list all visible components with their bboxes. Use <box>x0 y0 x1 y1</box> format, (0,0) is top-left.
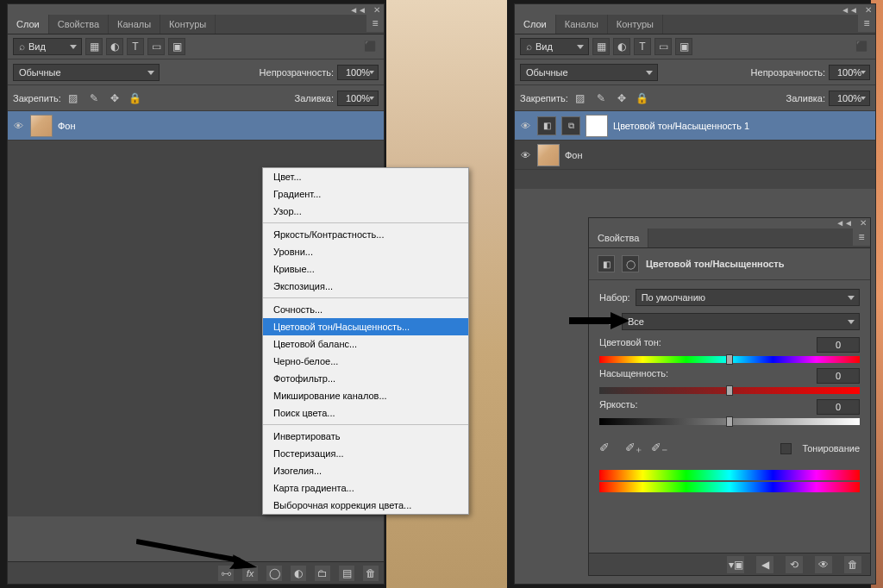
tab-properties[interactable]: Свойства <box>589 228 648 247</box>
filter-pixel-icon[interactable]: ▦ <box>85 38 103 55</box>
adjustment-icon[interactable]: ◧ <box>537 116 556 135</box>
close-icon[interactable]: ✕ <box>373 5 380 15</box>
blend-mode-select[interactable]: Обычные <box>13 64 160 81</box>
menu-item[interactable]: Цвет... <box>263 168 468 185</box>
delete-layer-icon[interactable]: 🗑 <box>363 566 379 581</box>
tab-properties[interactable]: Свойства <box>49 15 109 34</box>
lock-pixels-icon[interactable]: ✎ <box>592 90 610 107</box>
menu-item[interactable]: Выборочная коррекция цвета... <box>263 497 468 514</box>
menu-item[interactable]: Инвертировать <box>263 428 468 445</box>
menu-item[interactable]: Изогелия... <box>263 462 468 479</box>
menu-item[interactable]: Узор... <box>263 203 468 220</box>
tab-channels[interactable]: Каналы <box>109 15 160 34</box>
menu-item-hue-saturation[interactable]: Цветовой тон/Насыщенность... <box>263 318 468 335</box>
tab-layers[interactable]: Слои <box>515 15 556 34</box>
layer-name[interactable]: Цветовой тон/Насыщенность 1 <box>613 121 749 131</box>
lock-position-icon[interactable]: ✥ <box>106 90 123 107</box>
color-range-select[interactable]: Все <box>622 313 860 330</box>
lock-all-icon[interactable]: 🔒 <box>127 90 144 107</box>
lightness-value[interactable]: 0 <box>817 399 860 415</box>
menu-item[interactable]: Сочность... <box>263 301 468 318</box>
close-icon[interactable]: ✕ <box>860 218 867 228</box>
layer-mask-thumbnail[interactable] <box>586 115 608 137</box>
lightness-slider[interactable] <box>599 418 860 425</box>
tab-channels[interactable]: Каналы <box>556 15 608 34</box>
layer-row[interactable]: 👁 Фон <box>515 141 875 170</box>
visibility-toggle[interactable]: 👁 <box>518 150 532 160</box>
previous-state-icon[interactable]: ◀ <box>756 556 773 573</box>
eyedropper-icon[interactable]: ✐ <box>599 441 615 456</box>
panel-menu-icon[interactable]: ≡ <box>853 228 870 246</box>
filter-toggle[interactable]: ⬛ <box>853 38 870 55</box>
fill-value[interactable]: 100% <box>337 91 379 106</box>
layer-filter-kind[interactable]: Вид <box>13 38 82 55</box>
tab-paths[interactable]: Контуры <box>608 15 663 34</box>
menu-item[interactable]: Микширование каналов... <box>263 387 468 404</box>
close-icon[interactable]: ✕ <box>865 5 872 15</box>
layer-thumbnail[interactable] <box>30 115 53 137</box>
filter-adjustment-icon[interactable]: ◐ <box>613 38 630 55</box>
collapse-icon[interactable]: ◄◄ <box>836 218 853 228</box>
visibility-toggle[interactable]: 👁 <box>11 121 25 131</box>
collapse-icon[interactable]: ◄◄ <box>841 5 858 15</box>
preset-select[interactable]: По умолчанию <box>636 289 860 306</box>
layer-row[interactable]: 👁 Фон <box>8 111 384 141</box>
menu-item[interactable]: Постеризация... <box>263 445 468 462</box>
layer-thumbnail[interactable] <box>537 144 560 166</box>
filter-shape-icon[interactable]: ▭ <box>147 38 165 55</box>
layer-row-adjustment[interactable]: 👁 ◧ ⧉ Цветовой тон/Насыщенность 1 <box>515 111 875 141</box>
lock-position-icon[interactable]: ✥ <box>613 90 630 107</box>
delete-adjustment-icon[interactable]: 🗑 <box>844 556 861 573</box>
filter-shape-icon[interactable]: ▭ <box>654 38 672 55</box>
menu-item[interactable]: Фотофильтр... <box>263 370 468 387</box>
blend-mode-select[interactable]: Обычные <box>520 64 658 81</box>
clip-to-layer-icon[interactable]: ▾▣ <box>727 556 744 573</box>
hue-value[interactable]: 0 <box>817 337 860 353</box>
tab-layers[interactable]: Слои <box>8 15 49 34</box>
menu-item[interactable]: Яркость/Контрастность... <box>263 226 468 243</box>
layer-filter-kind[interactable]: Вид <box>520 38 589 55</box>
menu-item[interactable]: Экспозиция... <box>263 278 468 295</box>
menu-item[interactable]: Кривые... <box>263 260 468 278</box>
lock-pixels-icon[interactable]: ✎ <box>85 90 103 107</box>
tab-paths[interactable]: Контуры <box>160 15 216 34</box>
menu-item[interactable]: Карта градиента... <box>263 479 468 497</box>
eyedropper-subtract-icon[interactable]: ✐₋ <box>651 441 667 456</box>
menu-item[interactable]: Поиск цвета... <box>263 404 468 422</box>
filter-type-icon[interactable]: T <box>634 38 651 55</box>
filter-adjustment-icon[interactable]: ◐ <box>106 38 123 55</box>
menu-item[interactable]: Цветовой баланс... <box>263 335 468 353</box>
colorize-checkbox[interactable] <box>780 443 792 454</box>
adjustment-layer-icon[interactable]: ◐ <box>291 566 306 581</box>
link-mask-icon[interactable]: ⧉ <box>561 116 580 135</box>
fill-value[interactable]: 100% <box>829 91 870 106</box>
lock-all-icon[interactable]: 🔒 <box>634 90 651 107</box>
lock-transparency-icon[interactable]: ▨ <box>65 90 82 107</box>
saturation-slider[interactable] <box>599 387 860 394</box>
mask-icon[interactable]: ◯ <box>622 255 639 272</box>
menu-item[interactable]: Уровни... <box>263 243 468 260</box>
panel-menu-icon[interactable]: ≡ <box>858 15 875 32</box>
opacity-value[interactable]: 100% <box>337 65 379 80</box>
filter-smart-icon[interactable]: ▣ <box>675 38 692 55</box>
collapse-icon[interactable]: ◄◄ <box>349 5 366 15</box>
filter-pixel-icon[interactable]: ▦ <box>592 38 610 55</box>
layer-name[interactable]: Фон <box>565 150 583 160</box>
filter-type-icon[interactable]: T <box>127 38 144 55</box>
reset-icon[interactable]: ⟲ <box>786 556 803 573</box>
layer-mask-icon[interactable]: ◯ <box>266 566 282 581</box>
eyedropper-add-icon[interactable]: ✐₊ <box>625 441 641 456</box>
slider-thumb[interactable] <box>726 416 733 427</box>
layer-name[interactable]: Фон <box>58 121 76 131</box>
panel-menu-icon[interactable]: ≡ <box>366 15 384 32</box>
saturation-value[interactable]: 0 <box>817 368 860 384</box>
filter-smart-icon[interactable]: ▣ <box>168 38 185 55</box>
opacity-value[interactable]: 100% <box>829 65 870 80</box>
new-group-icon[interactable]: 🗀 <box>315 566 330 581</box>
visibility-toggle[interactable]: 👁 <box>518 121 532 131</box>
filter-toggle[interactable]: ⬛ <box>361 38 379 55</box>
slider-thumb[interactable] <box>726 385 733 396</box>
menu-item[interactable]: Черно-белое... <box>263 353 468 370</box>
menu-item[interactable]: Градиент... <box>263 185 468 203</box>
lock-transparency-icon[interactable]: ▨ <box>572 90 589 107</box>
